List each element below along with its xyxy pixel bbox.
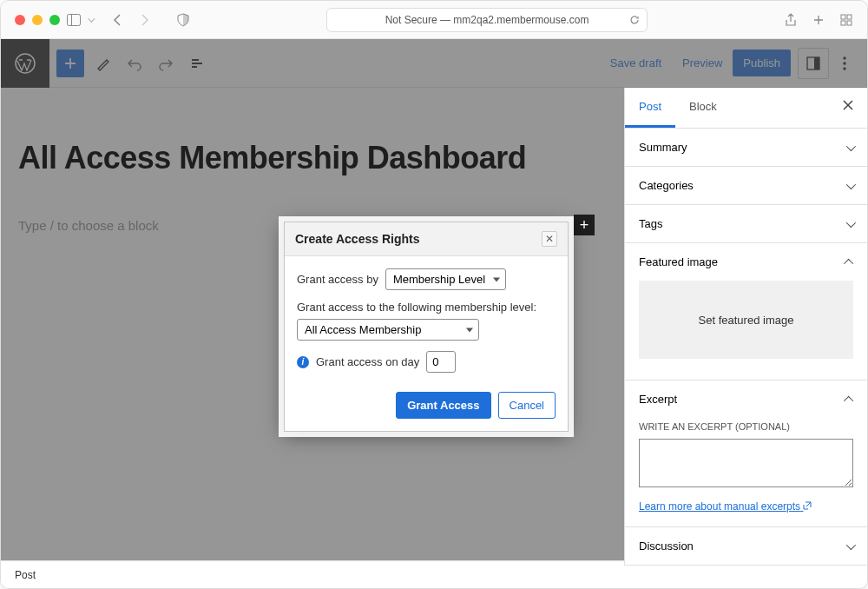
- excerpt-help-link[interactable]: Learn more about manual excerpts: [639, 500, 812, 513]
- chevron-down-icon: [846, 217, 856, 227]
- minimize-window-button[interactable]: [32, 15, 43, 25]
- reload-icon[interactable]: [629, 15, 640, 25]
- chevron-down-icon: [846, 179, 856, 189]
- modal-title: Create Access Rights: [295, 232, 419, 246]
- back-button[interactable]: [110, 13, 124, 27]
- shield-privacy-icon[interactable]: [176, 13, 190, 27]
- day-input[interactable]: [426, 351, 456, 373]
- chevron-down-icon: [846, 539, 856, 549]
- excerpt-textarea[interactable]: [639, 439, 853, 487]
- modal-close-button[interactable]: ✕: [542, 231, 557, 247]
- set-featured-image-button[interactable]: Set featured image: [639, 281, 853, 359]
- svg-rect-3: [847, 15, 852, 19]
- window-controls: [15, 15, 60, 25]
- chevron-up-icon: [844, 395, 853, 405]
- inline-add-block-button[interactable]: +: [574, 215, 595, 235]
- tabs-overview-icon[interactable]: [839, 13, 853, 27]
- share-icon[interactable]: [784, 13, 798, 27]
- create-access-rights-modal: Create Access Rights ✕ Grant access by M…: [284, 222, 569, 432]
- url-bar[interactable]: Not Secure — mm2qa2.membermouse.com: [326, 8, 648, 32]
- settings-sidebar: Post Block Summary Categories Tags Featu…: [624, 88, 867, 566]
- svg-rect-2: [841, 15, 845, 19]
- info-icon[interactable]: i: [297, 356, 309, 368]
- browser-toolbar: Not Secure — mm2qa2.membermouse.com: [1, 1, 867, 39]
- membership-level-select[interactable]: All Access Membership: [297, 319, 479, 341]
- url-text: Not Secure — mm2qa2.membermouse.com: [385, 14, 589, 26]
- breadcrumb-post[interactable]: Post: [15, 569, 36, 581]
- close-sidebar-button[interactable]: [829, 88, 867, 128]
- level-label: Grant access to the following membership…: [297, 301, 536, 314]
- grant-access-button[interactable]: Grant Access: [396, 392, 490, 419]
- new-tab-icon[interactable]: [812, 13, 825, 27]
- sidebar-toggle-icon[interactable]: [67, 13, 81, 27]
- chevron-down-icon: [846, 141, 856, 150]
- chevron-down-icon[interactable]: [88, 15, 95, 22]
- page-title[interactable]: All Access Membership Dashboard: [18, 140, 607, 176]
- grant-by-select[interactable]: Membership Level: [385, 268, 506, 290]
- tab-block[interactable]: Block: [675, 88, 731, 128]
- cancel-button[interactable]: Cancel: [498, 392, 556, 419]
- grant-by-label: Grant access by: [297, 273, 378, 286]
- svg-rect-4: [841, 21, 845, 25]
- tab-post[interactable]: Post: [625, 88, 675, 128]
- day-label: Grant access on day: [316, 355, 419, 368]
- panel-tags[interactable]: Tags: [625, 205, 867, 242]
- panel-summary[interactable]: Summary: [625, 129, 867, 166]
- excerpt-label: WRITE AN EXCERPT (OPTIONAL): [639, 421, 853, 432]
- panel-featured-image[interactable]: Featured image: [625, 243, 867, 281]
- close-window-button[interactable]: [15, 15, 25, 25]
- maximize-window-button[interactable]: [49, 15, 60, 25]
- chevron-up-icon: [844, 258, 853, 268]
- svg-rect-5: [847, 21, 852, 25]
- panel-categories[interactable]: Categories: [625, 167, 867, 204]
- svg-rect-0: [68, 14, 81, 25]
- panel-excerpt[interactable]: Excerpt: [625, 381, 867, 418]
- panel-discussion[interactable]: Discussion: [625, 527, 867, 565]
- forward-button[interactable]: [138, 13, 152, 27]
